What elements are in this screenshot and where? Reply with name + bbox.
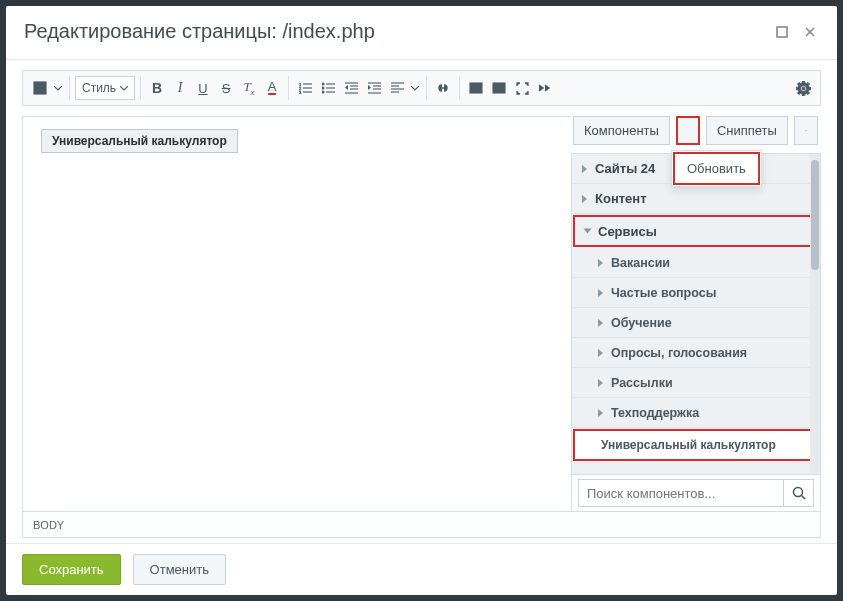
align-left-icon[interactable] xyxy=(386,76,408,100)
tree-item-calculator[interactable]: Универсальный калькулятор xyxy=(573,429,819,461)
svg-point-28 xyxy=(472,85,474,87)
link-icon[interactable] xyxy=(432,76,454,100)
svg-point-12 xyxy=(322,83,324,85)
tree-item-polls[interactable]: Опросы, голосования xyxy=(572,338,820,368)
fullscreen-icon[interactable] xyxy=(511,76,533,100)
svg-point-14 xyxy=(322,91,324,93)
style-select-label: Стиль xyxy=(82,81,116,95)
svg-text:3: 3 xyxy=(299,90,302,94)
status-path: BODY xyxy=(33,519,64,531)
dialog-title: Редактирование страницы: /index.php xyxy=(24,20,763,43)
dialog-footer: Сохранить Отменить xyxy=(6,543,837,595)
video-icon[interactable] xyxy=(488,76,510,100)
snippets-button[interactable]: Сниппеты xyxy=(706,116,788,145)
svg-rect-0 xyxy=(777,27,787,37)
more-icon[interactable] xyxy=(534,76,556,100)
sidebar-tabs: Компоненты Сниппеты Обновить xyxy=(571,116,821,153)
clear-format-icon[interactable]: Tx xyxy=(238,76,260,100)
components-button[interactable]: Компоненты xyxy=(573,116,670,145)
unordered-list-icon[interactable] xyxy=(317,76,339,100)
settings-icon[interactable] xyxy=(792,76,814,100)
tree-item-mailing[interactable]: Рассылки xyxy=(572,368,820,398)
editor-toolbar: Стиль B I U S Tx A 123 xyxy=(22,70,821,106)
tree-scrollbar[interactable] xyxy=(810,154,820,473)
content-canvas[interactable]: Универсальный калькулятор xyxy=(22,116,571,512)
close-icon[interactable] xyxy=(801,24,819,40)
chevron-right-icon xyxy=(582,195,587,203)
component-sidebar: Компоненты Сниппеты Обновить Сайты 24 Ко… xyxy=(571,116,821,512)
svg-point-13 xyxy=(322,87,324,89)
dialog-header: Редактирование страницы: /index.php xyxy=(6,6,837,60)
chevron-right-icon xyxy=(598,409,603,417)
chevron-right-icon xyxy=(598,289,603,297)
image-icon[interactable] xyxy=(465,76,487,100)
maximize-icon[interactable] xyxy=(773,24,791,40)
tree-item-learning[interactable]: Обучение xyxy=(572,308,820,338)
tree-item-services[interactable]: Сервисы xyxy=(573,215,819,247)
components-dropdown-button[interactable] xyxy=(676,116,700,145)
indent-icon[interactable] xyxy=(363,76,385,100)
component-tree: Сайты 24 Контент Сервисы Вакансии Частые… xyxy=(571,153,821,512)
component-search xyxy=(572,474,820,511)
template-dropdown-icon[interactable] xyxy=(52,76,64,100)
text-color-icon[interactable]: A xyxy=(261,76,283,100)
underline-icon[interactable]: U xyxy=(192,76,214,100)
save-button[interactable]: Сохранить xyxy=(22,554,121,585)
bold-icon[interactable]: B xyxy=(146,76,168,100)
chevron-right-icon xyxy=(598,319,603,327)
tree-item-support[interactable]: Техподдержка xyxy=(572,398,820,428)
outdent-icon[interactable] xyxy=(340,76,362,100)
search-icon[interactable] xyxy=(784,479,814,507)
tree-item-faq[interactable]: Частые вопросы xyxy=(572,278,820,308)
tree-item-vacancies[interactable]: Вакансии xyxy=(572,248,820,278)
editor-dialog: Редактирование страницы: /index.php Стил… xyxy=(6,6,837,595)
tree-item-content[interactable]: Контент xyxy=(572,184,820,214)
align-dropdown-icon[interactable] xyxy=(409,76,421,100)
chevron-down-icon xyxy=(584,229,592,234)
editor-body: Универсальный калькулятор Компоненты Сни… xyxy=(22,116,821,512)
svg-point-30 xyxy=(793,488,802,497)
cancel-button[interactable]: Отменить xyxy=(133,554,226,585)
snippets-dropdown-button[interactable] xyxy=(794,116,818,145)
strike-icon[interactable]: S xyxy=(215,76,237,100)
placed-widget[interactable]: Универсальный калькулятор xyxy=(41,129,238,153)
editor-statusbar: BODY xyxy=(22,512,821,538)
svg-line-31 xyxy=(801,496,805,500)
italic-icon[interactable]: I xyxy=(169,76,191,100)
chevron-right-icon xyxy=(598,349,603,357)
style-select[interactable]: Стиль xyxy=(75,76,135,100)
refresh-menu-item[interactable]: Обновить xyxy=(673,152,760,185)
svg-rect-1 xyxy=(34,82,46,94)
ordered-list-icon[interactable]: 123 xyxy=(294,76,316,100)
editor-area: Стиль B I U S Tx A 123 Унив xyxy=(6,60,837,512)
chevron-right-icon xyxy=(598,259,603,267)
component-search-input[interactable] xyxy=(578,479,784,507)
chevron-right-icon xyxy=(598,379,603,387)
template-icon[interactable] xyxy=(29,76,51,100)
components-dropdown-popup: Обновить xyxy=(671,150,762,187)
chevron-right-icon xyxy=(582,165,587,173)
